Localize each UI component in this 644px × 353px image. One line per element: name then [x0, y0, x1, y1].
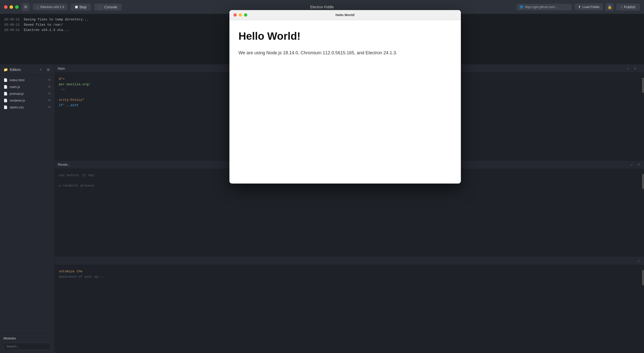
hello-world-window[interactable]: Hello World! Hello World! We are using N… — [229, 10, 461, 184]
app-title: Electron Fiddle — [310, 5, 334, 9]
upload-icon: ⬆ — [578, 5, 581, 9]
grid-view-button[interactable]: ⊞ — [46, 67, 51, 72]
sidebar: 📁 Editors ＋ ⊞ 📄 index.html 👁 📄 main.js — [0, 64, 55, 353]
file-item-preload-js[interactable]: 📄 preload.js 👁 — [0, 90, 55, 97]
console-button[interactable]: ⬛ Console — [94, 4, 122, 11]
file-item-renderer-js[interactable]: 📄 renderer.js 👁 — [0, 97, 55, 104]
popup-body: We are using Node.js 18.14.0, Chromium 1… — [238, 50, 452, 56]
add-file-button[interactable]: ＋ — [38, 67, 44, 72]
renderer-panel-title: Rende... — [58, 163, 70, 166]
third-editor-panel: ⤢ ustomize the ppearance of your ap... — [55, 257, 644, 353]
url-bar[interactable]: 🌐 https://gist.github.com/... — [517, 4, 572, 10]
main-expand-button[interactable]: ⤢ — [625, 66, 630, 71]
third-panel-header: ⤢ — [55, 257, 644, 265]
file-item-left: 📄 index.html — [4, 78, 24, 82]
file-item-left-main: 📄 main.js — [4, 85, 20, 89]
popup-minimize-button[interactable] — [239, 13, 242, 17]
stop-icon — [75, 6, 78, 8]
console-time-2: 10:49:11 — [4, 22, 20, 28]
publish-button[interactable]: ↑ Publish — [616, 4, 640, 11]
editors-label: Editors — [10, 68, 21, 72]
sidebar-actions: ＋ ⊞ — [38, 67, 51, 72]
traffic-lights — [4, 5, 19, 9]
file-name-index-html: index.html — [10, 78, 24, 82]
settings-button[interactable]: ⚙ — [22, 3, 30, 11]
file-item-main-js[interactable]: 📄 main.js 👁 — [0, 83, 55, 90]
renderer-close-button[interactable]: ✕ — [636, 162, 641, 167]
load-fiddle-button[interactable]: ⬆ Load Fiddle — [575, 4, 603, 10]
file-icon-styles: 📄 — [4, 105, 8, 109]
popup-close-button[interactable] — [233, 13, 237, 17]
stop-label: Stop — [79, 5, 87, 9]
popup-content: Hello World! We are using Node.js 18.14.… — [229, 20, 461, 66]
main-panel-controls: ⤢ ✕ — [625, 66, 641, 71]
renderer-panel-controls: ⤢ ✕ — [629, 162, 641, 167]
popup-maximize-button[interactable] — [244, 13, 247, 17]
file-name-renderer-js: renderer.js — [10, 99, 25, 102]
main-panel-title: Main — [58, 67, 65, 70]
third-code-editor[interactable]: ustomize the ppearance of your ap... — [55, 265, 644, 353]
console-icon: ⬛ — [99, 5, 103, 9]
renderer-scrollbar[interactable] — [642, 169, 644, 257]
file-name-main-js: main.js — [10, 85, 20, 89]
main-scrollbar[interactable] — [642, 73, 644, 160]
console-msg-1: Saving files to temp directory... — [24, 17, 88, 22]
modules-title: Modules — [4, 336, 51, 340]
file-item-left-styles: 📄 styles.css — [4, 105, 24, 109]
electron-version-label: Electron v24.1.3 — [41, 5, 64, 9]
lock-icon: 🔒 — [608, 5, 612, 9]
modules-search-input[interactable] — [4, 343, 51, 350]
main-close-button[interactable]: ✕ — [632, 66, 637, 71]
console-time-1: 10:49:11 — [4, 17, 20, 22]
minimize-button[interactable] — [10, 5, 13, 9]
file-icon-main: 📄 — [4, 85, 8, 89]
file-icon-preload: 📄 — [4, 92, 8, 96]
modules-section: Modules — [0, 333, 55, 353]
eye-icon-index[interactable]: 👁 — [48, 78, 51, 82]
file-item-left-renderer: 📄 renderer.js — [4, 99, 25, 102]
eye-icon-preload[interactable]: 👁 — [48, 92, 51, 96]
file-icon: ▢ — [36, 5, 39, 9]
publish-label: Publish — [624, 5, 635, 9]
titlebar-right: 🌐 https://gist.github.com/... ⬆ Load Fid… — [517, 3, 640, 11]
file-name-styles-css: styles.css — [10, 105, 24, 109]
popup-titlebar: Hello World! — [229, 10, 461, 20]
file-list: 📄 index.html 👁 📄 main.js 👁 📄 preload.js … — [0, 75, 55, 333]
electron-version-tab[interactable]: ▢ Electron v24.1.3 — [33, 4, 68, 10]
console-time-3: 10:49:11 — [4, 28, 20, 33]
eye-icon-renderer[interactable]: 👁 — [48, 99, 51, 102]
popup-title: Hello World! — [336, 13, 355, 17]
file-icon-renderer: 📄 — [4, 99, 8, 102]
folder-icon: 📁 — [4, 68, 8, 72]
third-expand-button[interactable]: ⤢ — [636, 258, 641, 263]
file-item-left-preload: 📄 preload.js — [4, 92, 24, 96]
third-scrollbar-thumb — [642, 270, 644, 285]
file-item-styles-css[interactable]: 📄 styles.css 👁 — [0, 104, 55, 111]
sidebar-header: 📁 Editors ＋ ⊞ — [0, 64, 55, 75]
url-text: https://gist.github.com/... — [525, 5, 557, 9]
lock-button[interactable]: 🔒 — [606, 3, 614, 11]
third-scrollbar[interactable] — [642, 265, 644, 353]
renderer-expand-button[interactable]: ⤢ — [629, 162, 634, 167]
console-label: Console — [104, 5, 117, 9]
popup-traffic-lights — [233, 13, 247, 17]
globe-icon: 🌐 — [520, 5, 523, 9]
console-msg-2: Saved files to /var/ — [24, 22, 63, 28]
load-fiddle-label: Load Fiddle — [582, 5, 599, 9]
maximize-button[interactable] — [15, 5, 19, 9]
file-icon-index: 📄 — [4, 78, 8, 82]
third-panel-controls: ⤢ — [636, 258, 641, 263]
main-scrollbar-thumb — [642, 78, 644, 93]
editors-section-title: 📁 Editors — [4, 68, 21, 72]
eye-icon-styles[interactable]: 👁 — [48, 105, 51, 109]
stop-button[interactable]: Stop — [71, 4, 91, 11]
publish-arrow-icon: ↑ — [621, 5, 622, 9]
renderer-scrollbar-thumb — [642, 174, 644, 189]
file-name-preload-js: preload.js — [10, 92, 24, 96]
close-button[interactable] — [4, 5, 8, 9]
eye-icon-main[interactable]: 👁 — [48, 85, 51, 89]
file-item-index-html[interactable]: 📄 index.html 👁 — [0, 77, 55, 83]
popup-heading: Hello World! — [238, 30, 452, 42]
console-msg-3: Electron v24.1.3 sta... — [24, 28, 69, 33]
